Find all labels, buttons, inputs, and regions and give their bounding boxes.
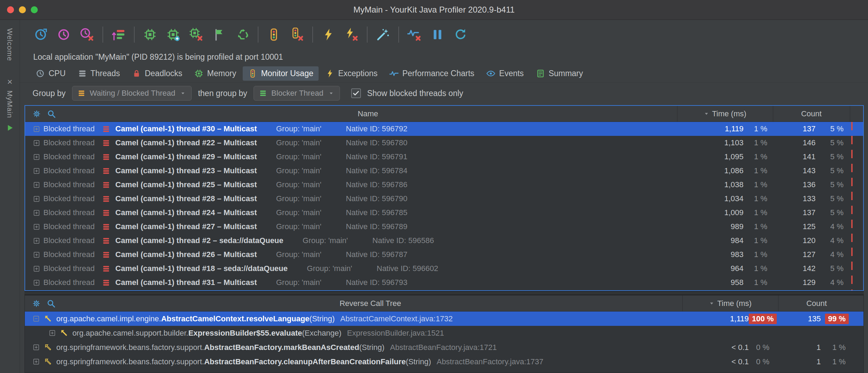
thread-native-id: Native ID: 596792 (346, 124, 407, 133)
thread-group: Group: 'main' (303, 236, 348, 245)
table-row[interactable]: Blocked thread Camel (camel-1) thread #3… (25, 276, 863, 290)
name-column-header[interactable]: Name (59, 109, 677, 118)
time-column-header[interactable]: Time (ms) (682, 295, 778, 311)
search-icon[interactable] (44, 109, 59, 118)
table-row[interactable]: Blocked thread Camel (camel-1) thread #2… (25, 206, 863, 220)
inspections-wand-icon[interactable] (375, 26, 391, 43)
thread-table-body: Blocked thread Camel (camel-1) thread #3… (25, 122, 863, 290)
count-cell: 142 (773, 264, 816, 273)
expand-plus-icon[interactable] (29, 153, 43, 161)
stop-exception-profiling-icon[interactable] (343, 26, 360, 43)
scrollbar-corner (850, 106, 863, 122)
blocked-thread-bars-icon (102, 153, 111, 161)
group-by-dropdown[interactable]: Waiting / Blocked Thread (72, 86, 192, 101)
tab-exceptions[interactable]: Exceptions (320, 66, 383, 81)
toolbar-separator (258, 27, 258, 43)
force-gc-icon[interactable] (234, 26, 251, 43)
expand-plus-icon[interactable] (29, 223, 43, 231)
start-exception-profiling-icon[interactable] (320, 26, 337, 43)
gear-icon[interactable] (29, 109, 44, 118)
start-cpu-tracing-icon[interactable] (56, 26, 72, 43)
window-title: MyMain - YourKit Java Profiler 2020.9-b4… (353, 5, 514, 15)
tab-deadlocks[interactable]: Deadlocks (127, 66, 187, 81)
welcome-tab[interactable]: Welcome (6, 24, 14, 65)
table-row[interactable]: Blocked thread Camel (camel-1) thread #2… (25, 192, 863, 206)
expand-plus-icon[interactable] (29, 195, 43, 203)
close-session-icon[interactable]: × (7, 78, 12, 86)
expand-plus-icon[interactable] (29, 125, 43, 133)
tab-monitor-usage[interactable]: Monitor Usage (243, 66, 319, 81)
expand-plus-icon[interactable] (29, 279, 43, 287)
expand-plus-icon[interactable] (29, 358, 43, 366)
expand-plus-icon[interactable] (45, 329, 59, 337)
pause-icon[interactable] (429, 26, 446, 43)
blocker-thread-bars-icon (259, 89, 267, 97)
method-name: AbstractBeanFactory.cleanupAfterBeanCrea… (204, 357, 406, 366)
panel-splitter[interactable] (24, 291, 864, 295)
set-mark-flag-icon[interactable] (211, 26, 228, 43)
table-row[interactable]: Blocked thread Camel (camel-1) thread #2… (25, 234, 863, 248)
time-cell: 984 (677, 236, 744, 245)
gear-icon[interactable] (29, 299, 44, 308)
stop-allocation-recording-icon[interactable] (188, 26, 205, 43)
count-percent-cell: 5 % (816, 124, 850, 133)
table-row[interactable]: Blocked thread Camel (camel-1) thread #2… (25, 136, 863, 150)
show-blocked-only-checkbox[interactable] (351, 88, 361, 98)
check-icon (352, 89, 360, 97)
thread-name: Camel (camel-1) thread #29 – Multicast (115, 152, 257, 161)
table-row[interactable]: Blocked thread Camel (camel-1) thread #2… (25, 248, 863, 262)
start-allocation-recording-icon[interactable] (165, 26, 182, 43)
start-monitor-profiling-icon[interactable] (265, 26, 282, 43)
count-column-header[interactable]: Count (773, 106, 850, 122)
expand-plus-icon[interactable] (29, 181, 43, 189)
call-tree-row[interactable]: org.springframework.beans.factory.suppor… (25, 340, 863, 354)
collapse-minus-icon[interactable] (29, 315, 43, 323)
count-column-header[interactable]: Count (778, 295, 855, 311)
thread-group: Group: 'main' (276, 124, 321, 133)
table-row[interactable]: Blocked thread Camel (camel-1) thread #2… (25, 220, 863, 234)
chevron-down-icon (179, 90, 186, 97)
call-tree-row[interactable]: org.springframework.beans.factory.suppor… (25, 354, 863, 369)
tab-memory[interactable]: Memory (189, 66, 241, 81)
call-tree-row[interactable]: org.apache.camel.impl.engine.AbstractCam… (25, 312, 863, 326)
table-row[interactable]: Blocked thread Camel (camel-1) thread #3… (25, 122, 863, 136)
time-column-header[interactable]: Time (ms) (677, 106, 773, 122)
blocked-thread-bars-icon (102, 181, 111, 189)
minimize-window-button[interactable] (19, 6, 26, 13)
stop-cpu-profiling-icon[interactable] (79, 26, 95, 43)
method-name: AbstractBeanFactory.markBeanAsCreated (204, 343, 359, 352)
search-icon[interactable] (44, 299, 58, 308)
table-row[interactable]: Blocked thread Camel (camel-1) thread #2… (25, 178, 863, 192)
expand-plus-icon[interactable] (29, 167, 43, 175)
tab-performance-charts[interactable]: Performance Charts (384, 66, 479, 81)
call-tree-row[interactable]: org.apache.camel.support.builder.Express… (25, 326, 863, 340)
clear-charts-icon[interactable] (406, 26, 423, 43)
count-cell: 1 (778, 357, 821, 366)
close-window-button[interactable] (7, 6, 14, 13)
refresh-icon[interactable] (452, 26, 469, 43)
zoom-window-button[interactable] (31, 6, 38, 13)
chevron-down-icon (328, 90, 335, 97)
table-row[interactable]: Blocked thread Camel (camel-1) thread #1… (25, 262, 863, 276)
expand-plus-icon[interactable] (29, 265, 43, 273)
expand-plus-icon[interactable] (29, 209, 43, 217)
memory-chip-icon (194, 69, 204, 78)
start-cpu-sampling-icon[interactable] (33, 26, 49, 43)
capture-memory-snapshot-icon[interactable] (142, 26, 158, 43)
table-row[interactable]: Blocked thread Camel (camel-1) thread #2… (25, 150, 863, 164)
expand-plus-icon[interactable] (29, 139, 43, 147)
stop-monitor-profiling-icon[interactable] (289, 26, 305, 43)
expand-plus-icon[interactable] (29, 343, 43, 351)
tab-threads[interactable]: Threads (72, 66, 125, 81)
table-row[interactable]: Blocked thread Camel (camel-1) thread #2… (25, 164, 863, 178)
time-percent-cell: 1 % (744, 222, 773, 231)
thread-states-icon[interactable] (110, 26, 127, 43)
tab-cpu[interactable]: CPU (30, 66, 71, 81)
then-group-by-dropdown[interactable]: Blocker Thread (254, 86, 340, 101)
thread-group: Group: 'main' (276, 138, 321, 147)
session-tab-mymain[interactable]: × MyMain (5, 74, 14, 137)
expand-plus-icon[interactable] (29, 237, 43, 245)
tab-summary[interactable]: Summary (531, 66, 588, 81)
expand-plus-icon[interactable] (29, 251, 43, 259)
tab-events[interactable]: Events (481, 66, 529, 81)
